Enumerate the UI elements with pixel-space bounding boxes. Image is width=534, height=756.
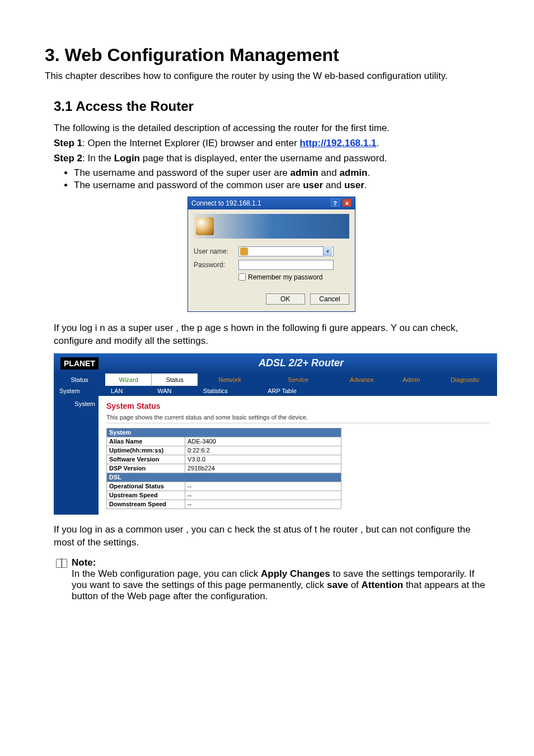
username-label: User name: [194,248,238,255]
password-label: Password: [194,261,238,269]
table-key: Alias Name [107,437,185,446]
table-row: Upstream Speed-- [107,491,341,500]
table-row: Uptime(hh:mm:ss)0:22:6:2 [107,446,341,455]
tab-advance[interactable]: Advance [334,374,390,386]
table-row: Operational Status-- [107,482,341,491]
dialog-title: Connect to 192.168.1.1 [191,199,261,207]
table-value: V3.0.0 [185,455,341,464]
subtab-statistics[interactable]: Statistics [198,386,262,396]
table-value: -- [185,500,341,508]
sidebar-item-system[interactable]: System [54,396,99,515]
table-section-header: System [107,428,341,437]
router-url-link[interactable]: http://192.168.1.1 [299,138,376,148]
table-key: Uptime(hh:mm:ss) [107,446,185,455]
tab-status-main[interactable]: Status [152,374,198,386]
table-key: DSP Version [107,464,185,473]
table-key: Downstream Speed [107,500,185,508]
page-title: 3. Web Configuration Management [45,45,489,66]
book-icon [56,559,67,568]
dialog-banner [194,214,349,239]
list-item: The username and password of the super u… [74,167,489,179]
keys-icon [196,217,214,235]
subtab-wan[interactable]: WAN [152,386,198,396]
table-key: Operational Status [107,482,185,491]
table-key: Software Version [107,455,185,464]
table-value: 2918b224 [185,464,341,473]
chevron-down-icon[interactable]: ▾ [323,246,332,256]
panel-desc: This page shows the current status and s… [106,414,489,423]
ok-button[interactable]: OK [266,293,305,305]
table-value: -- [185,482,341,491]
subtab-lan[interactable]: LAN [105,386,152,396]
tab-service[interactable]: Service [262,374,334,386]
table-value: -- [185,491,341,500]
table-value: 0:22:6:2 [185,446,341,455]
intro-text: This chapter describes how to configure … [45,70,489,83]
close-icon[interactable]: × [343,199,352,207]
tab-status[interactable]: Status [54,374,105,386]
dialog-titlebar: Connect to 192.168.1.1 ? × [188,197,355,209]
subtab-arp-table[interactable]: ARP Table [262,386,334,396]
table-row: Downstream Speed-- [107,500,341,508]
tab-admin[interactable]: Admin [390,374,433,386]
table-value: ADE-3400 [185,437,341,446]
brand-logo: PLANET [60,357,99,370]
remember-label: Remember my password [248,273,322,281]
note-block: Note: In the Web configuration page, you… [54,557,489,602]
tab-wizard[interactable]: Wizard [105,374,152,386]
step-1: Step 1: Open the Internet Explorer (IE) … [54,137,489,150]
table-row: Software VersionV3.0.0 [107,455,341,464]
subtab-system[interactable]: System [54,386,105,396]
panel-title: System Status [106,402,489,410]
common-user-desc: If you log in as a common user , you can… [54,524,489,549]
super-user-desc: If you log i n as a super user , the p a… [54,322,489,348]
tab-network[interactable]: Network [198,374,262,386]
table-key: Upstream Speed [107,491,185,500]
note-text: In the Web configuration page, you can c… [72,568,489,602]
table-row: Alias NameADE-3400 [107,437,341,446]
router-title: ADSL 2/2+ Router [112,357,490,369]
table-section-header: DSL [107,473,341,482]
note-title: Note: [72,557,96,568]
password-input[interactable] [238,260,334,270]
credentials-list: The username and password of the super u… [54,167,489,191]
step-2: Step 2: In the Login page that is displa… [54,152,489,165]
login-dialog: Connect to 192.168.1.1 ? × User name: ▾ [188,197,355,312]
router-screenshot: PLANET ADSL 2/2+ Router Status Wizard St… [54,353,489,515]
list-item: The username and password of the common … [74,180,489,191]
cancel-button[interactable]: Cancel [310,293,349,305]
tab-diagnostic[interactable]: Diagnostic [433,374,497,386]
remember-checkbox[interactable] [238,273,246,281]
user-key-icon [240,248,248,255]
username-combo[interactable]: ▾ [238,246,334,256]
section-title: 3.1 Access the Router [54,99,489,114]
help-icon[interactable]: ? [331,199,340,207]
table-row: DSP Version2918b224 [107,464,341,473]
system-status-table: SystemAlias NameADE-3400Uptime(hh:mm:ss)… [106,428,341,509]
access-desc: The following is the detailed descriptio… [54,122,489,135]
